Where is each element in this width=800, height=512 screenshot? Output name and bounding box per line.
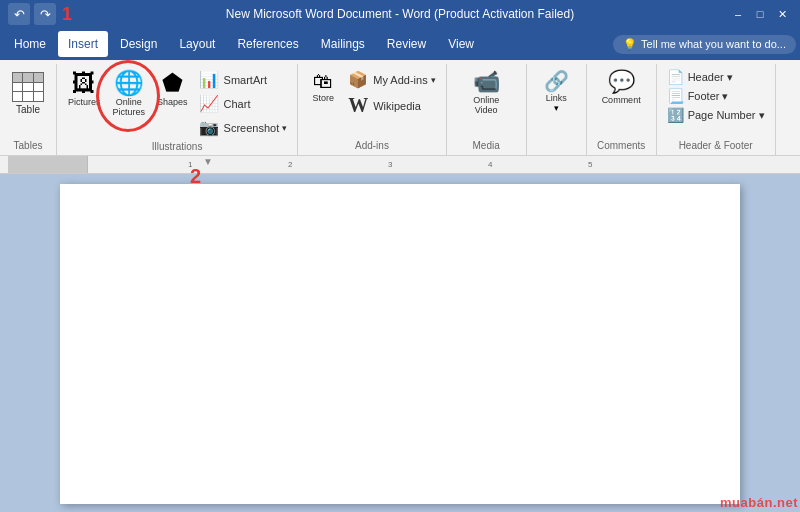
my-addins-button[interactable]: 📦 My Add-ins ▾ xyxy=(344,68,439,91)
menu-item-layout[interactable]: Layout xyxy=(169,31,225,57)
screenshot-icon: 📷 xyxy=(199,118,219,137)
ruler: 1 2 3 4 5 ▼ xyxy=(0,156,800,174)
page-number-label: Page Number ▾ xyxy=(688,109,765,122)
screenshot-label: Screenshot xyxy=(224,122,280,134)
menu-item-insert[interactable]: Insert xyxy=(58,31,108,57)
header-label: Header ▾ xyxy=(688,71,733,84)
window-controls: – □ ✕ xyxy=(728,4,792,24)
hf-group-label: Header & Footer xyxy=(679,138,753,153)
undo-redo-group: ↶ ↷ xyxy=(8,3,56,25)
ribbon-group-addins: 🛍 Store 📦 My Add-ins ▾ W Wikipedia Add-i… xyxy=(298,64,446,155)
footer-label: Footer ▾ xyxy=(688,90,729,103)
table-cell xyxy=(34,92,43,101)
addins-small-group: 📦 My Add-ins ▾ W Wikipedia xyxy=(344,68,439,119)
footer-button[interactable]: 📃 Footer ▾ xyxy=(663,87,769,105)
page-number-icon: 🔢 xyxy=(667,107,684,123)
watermark-text: muabán xyxy=(720,495,773,510)
watermark-suffix: .net xyxy=(773,495,798,510)
online-video-button[interactable]: 📹 OnlineVideo xyxy=(467,68,505,118)
illustrations-group-content: 🖼 Pictures 🌐 OnlinePictures ⬟ Shapes xyxy=(63,66,291,139)
online-pictures-icon: 🌐 xyxy=(114,71,144,95)
comments-group-label: Comments xyxy=(597,138,645,153)
ribbon-group-illustrations: 🖼 Pictures 🌐 OnlinePictures ⬟ Shapes xyxy=(57,64,298,155)
table-label: Table xyxy=(16,104,40,115)
menu-item-view[interactable]: View xyxy=(438,31,484,57)
menu-item-references[interactable]: References xyxy=(227,31,308,57)
wikipedia-button[interactable]: W Wikipedia xyxy=(344,92,439,119)
lightbulb-icon: 💡 xyxy=(623,38,637,51)
menu-item-design[interactable]: Design xyxy=(110,31,167,57)
ruler-tick-5: 5 xyxy=(588,160,592,169)
online-video-label: OnlineVideo xyxy=(473,95,499,115)
ribbon-group-links: 🔗 Links ▾ xyxy=(527,64,587,155)
tell-me-text: Tell me what you want to do... xyxy=(641,38,786,50)
ruler-left-margin xyxy=(8,156,88,173)
wikipedia-icon: W xyxy=(348,94,368,117)
pictures-button[interactable]: 🖼 Pictures xyxy=(63,68,106,110)
title-bar-left: ↶ ↷ 1 xyxy=(8,3,72,25)
ribbon-group-tables: Table Tables xyxy=(0,64,57,155)
store-button[interactable]: 🛍 Store xyxy=(304,68,342,106)
tell-me-input[interactable]: 💡 Tell me what you want to do... xyxy=(613,35,796,54)
table-cell xyxy=(23,73,32,82)
menu-item-home[interactable]: Home xyxy=(4,31,56,57)
chart-icon: 📈 xyxy=(199,94,219,113)
smartart-label: SmartArt xyxy=(224,74,267,86)
menu-item-review[interactable]: Review xyxy=(377,31,436,57)
table-cell xyxy=(34,73,43,82)
online-pictures-button[interactable]: 🌐 OnlinePictures xyxy=(108,68,151,120)
tables-group-content: Table xyxy=(6,66,50,138)
links-button[interactable]: 🔗 Links ▾ xyxy=(537,68,575,116)
table-cell xyxy=(34,83,43,92)
media-group-content: 📹 OnlineVideo xyxy=(467,66,505,138)
redo-button[interactable]: ↷ xyxy=(34,3,56,25)
close-button[interactable]: ✕ xyxy=(772,4,792,24)
links-label: Links xyxy=(546,93,567,103)
chart-button[interactable]: 📈 Chart xyxy=(195,92,292,115)
table-cell xyxy=(13,83,22,92)
chart-label: Chart xyxy=(224,98,251,110)
ruler-tick-4: 4 xyxy=(488,160,492,169)
shapes-icon: ⬟ xyxy=(162,71,183,95)
table-cell xyxy=(13,92,22,101)
shapes-button[interactable]: ⬟ Shapes xyxy=(152,68,193,110)
links-icon: 🔗 xyxy=(544,71,569,91)
wikipedia-label: Wikipedia xyxy=(373,100,421,112)
my-addins-label: My Add-ins xyxy=(373,74,427,86)
smartart-button[interactable]: 📊 SmartArt xyxy=(195,68,292,91)
window-title: New Microsoft Word Document - Word (Prod… xyxy=(72,7,728,21)
screenshot-button[interactable]: 📷 Screenshot ▾ xyxy=(195,116,292,139)
comment-label: Comment xyxy=(602,95,641,105)
ribbon: Table Tables 🖼 Pictures 🌐 OnlinePictures xyxy=(0,60,800,156)
menu-item-mailings[interactable]: Mailings xyxy=(311,31,375,57)
document-page[interactable] xyxy=(60,184,740,504)
ruler-tick-1: 1 xyxy=(188,160,192,169)
media-group-label: Media xyxy=(473,138,500,153)
links-dropdown-icon: ▾ xyxy=(554,103,559,113)
watermark: muabán.net xyxy=(720,495,798,510)
undo-button[interactable]: ↶ xyxy=(8,3,30,25)
page-number-button[interactable]: 🔢 Page Number ▾ xyxy=(663,106,769,124)
header-button[interactable]: 📄 Header ▾ xyxy=(663,68,769,86)
addins-group-content: 🛍 Store 📦 My Add-ins ▾ W Wikipedia xyxy=(304,66,439,138)
header-icon: 📄 xyxy=(667,69,684,85)
links-group-content: 🔗 Links ▾ xyxy=(537,66,575,149)
shapes-label: Shapes xyxy=(157,97,188,107)
ribbon-group-comments: 💬 Comment Comments xyxy=(587,64,657,155)
footer-icon: 📃 xyxy=(667,88,684,104)
headerfooter-group-content: 📄 Header ▾ 📃 Footer ▾ 🔢 Page Number ▾ xyxy=(663,66,769,138)
tell-me-bar: 💡 Tell me what you want to do... xyxy=(613,35,796,54)
comment-button[interactable]: 💬 Comment xyxy=(597,68,646,108)
ruler-indent-marker[interactable]: ▼ xyxy=(203,156,213,167)
minimize-button[interactable]: – xyxy=(728,4,748,24)
comments-group-content: 💬 Comment xyxy=(597,66,646,138)
table-button[interactable]: Table xyxy=(6,68,50,119)
title-bar: ↶ ↷ 1 New Microsoft Word Document - Word… xyxy=(0,0,800,28)
step1-annotation: 1 xyxy=(62,4,72,25)
illustrations-group-label: Illustrations xyxy=(152,139,203,154)
pictures-label: Pictures xyxy=(68,97,101,107)
ruler-content: 1 2 3 4 5 ▼ xyxy=(88,156,800,173)
ribbon-wrapper: Table Tables 🖼 Pictures 🌐 OnlinePictures xyxy=(0,60,800,156)
maximize-button[interactable]: □ xyxy=(750,4,770,24)
screenshot-dropdown-icon: ▾ xyxy=(282,123,287,133)
